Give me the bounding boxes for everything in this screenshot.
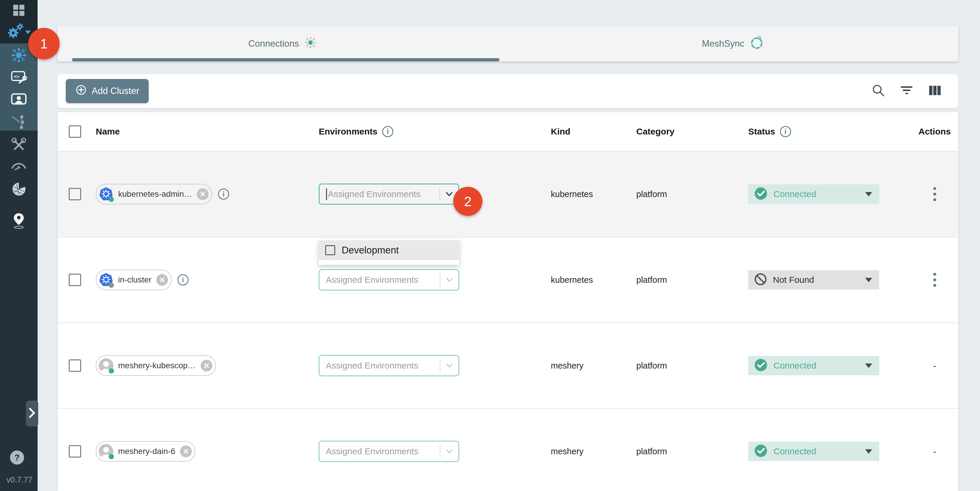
row-checkbox[interactable] xyxy=(69,188,81,200)
dashboard-icon xyxy=(12,3,25,18)
connection-chip[interactable]: in-cluster xyxy=(96,270,172,290)
kind-cell: kubernetes xyxy=(551,189,636,199)
select-all-checkbox[interactable] xyxy=(69,126,81,138)
assigned-environments-select[interactable]: Assigned Environments xyxy=(319,269,459,291)
sidebar-item-catalog[interactable] xyxy=(11,181,27,199)
environments-dropdown-menu: Development xyxy=(319,239,459,265)
select-placeholder: Assigned Environments xyxy=(326,361,438,370)
status-label: Connected xyxy=(773,361,816,370)
assigned-environments-select[interactable]: Assigned Environments xyxy=(319,441,459,462)
help-glyph: ? xyxy=(14,453,20,462)
status-select[interactable]: Connected xyxy=(748,184,879,204)
tab-connections[interactable]: Connections xyxy=(57,26,508,61)
assigned-environments-select[interactable]: Assigned Environments xyxy=(319,184,459,205)
status-label: Not Found xyxy=(773,275,814,285)
gauge-icon xyxy=(11,159,27,172)
help-icon[interactable]: ? xyxy=(10,450,24,465)
connection-info-icon[interactable]: i xyxy=(218,189,229,200)
sidebar-item-lifecycle[interactable] xyxy=(6,23,32,41)
status-info-icon[interactable]: i xyxy=(780,126,791,137)
column-header-actions: Actions xyxy=(918,127,951,137)
check-circle-icon xyxy=(754,187,768,202)
filter-icon xyxy=(900,84,913,97)
status-select[interactable]: Connected xyxy=(748,442,879,461)
row-actions-kebab[interactable] xyxy=(932,271,938,289)
option-checkbox[interactable] xyxy=(325,245,335,255)
check-circle-icon xyxy=(754,444,768,459)
crossed-wrenches-icon xyxy=(11,137,27,154)
filter-button[interactable] xyxy=(899,84,913,98)
slash-circle-icon xyxy=(754,273,767,287)
remove-connection-icon[interactable] xyxy=(156,274,168,286)
step-badge-1: 1 xyxy=(28,28,60,59)
code-wrench-icon: <> xyxy=(11,70,27,86)
select-divider xyxy=(439,188,440,201)
tab-meshsync[interactable]: MeshSync xyxy=(508,26,958,61)
remove-connection-icon[interactable] xyxy=(180,445,192,457)
status-select[interactable]: Not Found xyxy=(748,270,879,289)
sidebar-expand-button[interactable] xyxy=(26,400,38,426)
dropdown-arrow-icon xyxy=(865,364,872,368)
category-cell: platform xyxy=(636,447,748,456)
view-columns-button[interactable] xyxy=(928,84,942,98)
row-actions-kebab[interactable] xyxy=(932,185,938,203)
sidebar-item-adapters[interactable]: <> xyxy=(11,70,27,86)
connection-chip[interactable]: meshery-dain-6 xyxy=(96,441,196,462)
sidebar-item-service-graph[interactable] xyxy=(11,114,27,131)
sidebar-item-dashboard[interactable] xyxy=(12,3,25,18)
kind-cell: meshery xyxy=(551,361,636,370)
sidebar-item-performance[interactable] xyxy=(11,159,27,172)
search-button[interactable] xyxy=(871,84,885,98)
remove-connection-icon[interactable] xyxy=(200,360,212,372)
row-checkbox[interactable] xyxy=(69,274,81,286)
chevron-down-icon[interactable] xyxy=(444,447,455,456)
add-cluster-button[interactable]: Add Cluster xyxy=(66,79,149,103)
connection-info-icon[interactable]: i xyxy=(177,274,189,286)
connection-name: in-cluster xyxy=(118,275,151,284)
row-checkbox[interactable] xyxy=(69,359,81,372)
column-header-status: Status xyxy=(748,127,775,137)
remove-connection-icon[interactable] xyxy=(197,188,208,200)
select-divider xyxy=(440,359,441,372)
chevron-down-icon[interactable] xyxy=(444,275,455,285)
environments-info-icon[interactable]: i xyxy=(382,126,393,137)
table-header-row: Name Environments i Kind Category Status… xyxy=(57,112,958,151)
kind-cell: meshery xyxy=(551,447,636,456)
connection-name: meshery-kubescop… xyxy=(118,361,196,370)
tab-connections-label: Connections xyxy=(248,38,299,49)
mesh-network-icon xyxy=(11,47,27,65)
view-columns-icon xyxy=(928,84,941,97)
assigned-environments-select[interactable]: Assigned Environments xyxy=(319,355,459,376)
connection-status-dot xyxy=(109,197,114,202)
sidebar-item-connections[interactable] xyxy=(11,47,27,65)
column-header-name: Name xyxy=(96,127,120,137)
chevron-down-icon[interactable] xyxy=(444,189,454,199)
svg-text:<>: <> xyxy=(14,74,19,79)
select-placeholder: Assigned Environments xyxy=(328,189,438,199)
no-actions-dash: - xyxy=(933,360,936,371)
search-icon xyxy=(871,83,885,99)
sidebar-item-toolkit[interactable] xyxy=(11,137,27,154)
connection-chip[interactable]: meshery-kubescop… xyxy=(96,355,216,376)
row-checkbox[interactable] xyxy=(69,445,81,458)
connection-status-dot xyxy=(109,368,114,373)
dropdown-option-development[interactable]: Development xyxy=(319,240,459,260)
sidebar-item-remote-sessions[interactable] xyxy=(11,92,27,108)
sidebar-item-location[interactable] xyxy=(11,212,26,231)
table-row: meshery-kubescop… Assigned Environments … xyxy=(57,323,958,408)
category-cell: platform xyxy=(636,189,748,199)
active-tab-indicator xyxy=(72,58,500,61)
chevron-down-icon[interactable] xyxy=(444,361,455,370)
no-actions-dash: - xyxy=(933,446,936,457)
status-select[interactable]: Connected xyxy=(748,356,879,375)
dropdown-arrow-icon xyxy=(865,278,872,282)
step-badge-2: 2 xyxy=(453,187,482,216)
connection-name: meshery-dain-6 xyxy=(118,447,175,456)
column-header-kind: Kind xyxy=(551,127,571,137)
dropdown-arrow-icon xyxy=(865,449,872,454)
category-cell: platform xyxy=(636,361,748,370)
select-placeholder: Assigned Environments xyxy=(326,275,438,285)
app-version: v0.7.77 xyxy=(6,475,33,485)
connection-chip[interactable]: kubernetes-admin… xyxy=(96,184,212,204)
geodesic-circle-icon xyxy=(11,181,27,199)
